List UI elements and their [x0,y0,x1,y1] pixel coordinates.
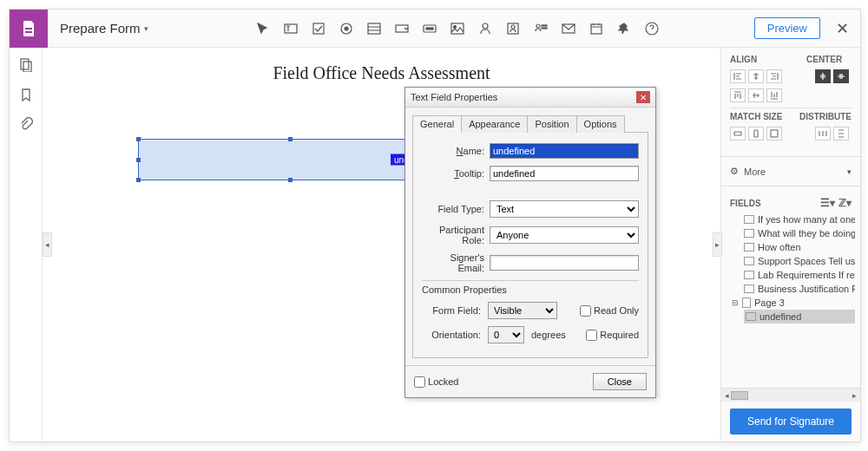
match-width-icon[interactable] [730,127,746,141]
signature-tool-icon[interactable] [477,20,494,37]
svg-rect-1 [25,31,32,33]
dropdown-tool-icon[interactable] [393,20,411,37]
fieldtype-label: Field Type: [422,204,490,214]
field-item-selected[interactable]: undefined [744,310,855,324]
required-label: Required [600,330,639,340]
text-field-properties-dialog: Text Field Properties ✕ General Appearan… [404,87,656,398]
svg-rect-6 [368,23,380,34]
tab-position[interactable]: Position [527,115,576,133]
locked-checkbox[interactable] [414,376,425,388]
textfield-icon [744,243,754,252]
role-label: Participant Role: [422,225,490,245]
svg-rect-17 [542,28,547,29]
match-both-icon[interactable] [766,127,782,141]
center-heading: CENTER [806,55,852,64]
field-item[interactable]: How often [727,240,855,254]
sort-icon[interactable]: ☰▾ [820,197,835,209]
align-left-icon[interactable] [730,69,746,83]
textfield-icon [744,229,754,238]
svg-rect-0 [25,28,32,29]
more-dropdown[interactable]: ⚙ More ▾ [721,160,860,182]
close-button[interactable]: Close [593,373,647,390]
checkbox-tool-icon[interactable] [310,20,327,37]
horizontal-scrollbar[interactable]: ◂ ▸ [721,388,860,402]
tooltip-label: Tooltip: [422,168,490,179]
form-toolbar [161,20,754,37]
role-select[interactable]: Anyone [490,226,639,244]
textfield-icon [744,271,754,279]
mode-icon[interactable] [10,10,48,48]
common-props-heading: Common Properties [422,284,639,295]
initials-tool-icon[interactable] [504,20,522,37]
distribute-v-icon[interactable] [833,127,849,141]
resize-handle[interactable] [136,137,141,141]
orientation-select[interactable]: 0 [488,326,524,343]
textfield-icon [746,312,756,321]
distribute-h-icon[interactable] [815,127,831,141]
svg-rect-23 [771,130,778,137]
align-right-icon[interactable] [766,69,782,83]
right-collapse-handle[interactable]: ▸ [713,232,722,257]
center-v-icon[interactable] [833,69,849,83]
tab-order-icon[interactable]: ℤ▾ [838,197,852,209]
right-panel: ▸ ALIGN CENTER [721,48,860,441]
select-tool-icon[interactable] [254,20,272,37]
attachment-icon[interactable] [19,117,33,134]
send-for-signature-button[interactable]: Send for Signature [730,409,852,435]
required-checkbox[interactable] [586,330,597,341]
close-panel-icon[interactable]: ✕ [829,19,855,38]
radio-tool-icon[interactable] [338,20,355,37]
scroll-left-icon[interactable]: ◂ [725,391,729,400]
expand-icon[interactable]: ⊟ [732,298,739,307]
left-rail [10,48,43,441]
svg-rect-10 [451,23,464,34]
tab-appearance[interactable]: Appearance [461,115,528,133]
field-item[interactable]: If yes how many at one [727,212,855,226]
center-h-icon[interactable] [815,69,831,83]
resize-handle[interactable] [136,178,141,182]
tab-general[interactable]: General [412,115,462,133]
field-item[interactable]: What will they be doing [727,226,855,240]
align-heading: ALIGN [730,55,806,64]
align-bottom-icon[interactable] [766,88,782,102]
image-tool-icon[interactable] [449,20,466,37]
mode-dropdown[interactable]: Prepare Form ▾ [48,21,161,36]
field-item[interactable]: Business Justification R [727,282,855,296]
scroll-right-icon[interactable]: ▸ [852,391,857,400]
align-center-h-icon[interactable] [748,69,764,83]
button-tool-icon[interactable] [421,20,438,37]
field-item[interactable]: Lab Requirements If req [727,268,855,282]
match-height-icon[interactable] [748,127,764,141]
resize-handle[interactable] [288,137,293,141]
align-middle-icon[interactable] [748,88,764,102]
thumbnails-icon[interactable] [19,58,33,75]
formfield-select[interactable]: Visible [488,302,557,319]
resize-handle[interactable] [136,158,141,162]
readonly-checkbox[interactable] [580,305,591,317]
email-tool-icon[interactable] [560,20,577,37]
resize-handle[interactable] [288,178,293,182]
tooltip-input[interactable] [490,166,639,181]
fieldtype-select[interactable]: Text [490,200,639,218]
scroll-thumb[interactable] [731,391,748,400]
title-tool-icon[interactable] [532,20,549,37]
field-item[interactable]: Support Spaces Tell us [727,254,855,268]
email-input[interactable] [490,255,639,271]
dialog-titlebar[interactable]: Text Field Properties ✕ [405,88,655,108]
selected-form-field[interactable]: undefined [138,139,442,180]
dialog-close-icon[interactable]: ✕ [636,91,650,103]
listbox-tool-icon[interactable] [365,20,383,37]
name-input[interactable] [490,143,639,159]
textfield-tool-icon[interactable] [282,20,299,37]
align-top-icon[interactable] [730,88,746,102]
date-tool-icon[interactable] [588,20,605,37]
preview-button[interactable]: Preview [754,17,820,39]
textfield-icon [744,215,754,224]
tab-options[interactable]: Options [576,115,625,133]
pin-tool-icon[interactable] [615,20,633,37]
bookmark-icon[interactable] [19,88,33,105]
page-item[interactable]: ⊟Page 3 [727,296,855,310]
page-icon [742,297,751,308]
left-collapse-handle[interactable]: ◂ [43,232,52,257]
help-icon[interactable] [643,20,661,37]
